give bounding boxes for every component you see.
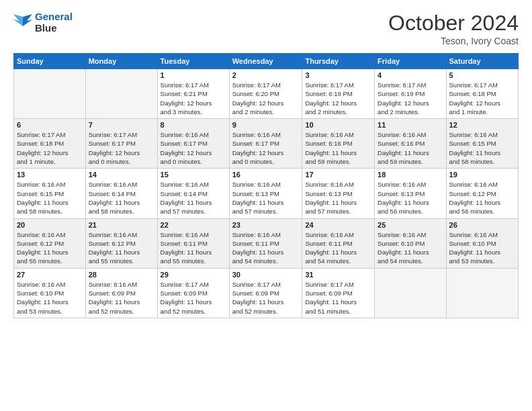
day-number: 28 — [89, 271, 154, 279]
calendar-cell: 12Sunrise: 6:16 AM Sunset: 6:15 PM Dayli… — [446, 119, 518, 169]
day-number: 12 — [449, 121, 515, 129]
day-number: 18 — [378, 171, 443, 179]
day-info: Sunrise: 6:17 AM Sunset: 6:19 PM Dayligh… — [378, 81, 443, 116]
day-info: Sunrise: 6:16 AM Sunset: 6:17 PM Dayligh… — [232, 130, 300, 166]
day-info: Sunrise: 6:17 AM Sunset: 6:21 PM Dayligh… — [161, 81, 226, 116]
day-info: Sunrise: 6:16 AM Sunset: 6:09 PM Dayligh… — [89, 280, 154, 316]
calendar-cell: 22Sunrise: 6:16 AM Sunset: 6:11 PM Dayli… — [157, 218, 229, 268]
weekday-header: Wednesday — [229, 54, 302, 69]
weekday-header: Monday — [85, 54, 157, 69]
calendar-cell: 21Sunrise: 6:16 AM Sunset: 6:12 PM Dayli… — [85, 218, 157, 268]
day-info: Sunrise: 6:16 AM Sunset: 6:15 PM Dayligh… — [449, 130, 515, 166]
day-number: 31 — [305, 271, 371, 279]
location-subtitle: Teson, Ivory Coast — [388, 36, 519, 46]
calendar-cell: 9Sunrise: 6:16 AM Sunset: 6:17 PM Daylig… — [229, 119, 302, 169]
day-number: 11 — [378, 121, 443, 129]
calendar-table: SundayMondayTuesdayWednesdayThursdayFrid… — [13, 53, 519, 318]
calendar-cell: 15Sunrise: 6:16 AM Sunset: 6:14 PM Dayli… — [157, 169, 229, 218]
calendar-cell: 13Sunrise: 6:16 AM Sunset: 6:15 PM Dayli… — [14, 169, 86, 218]
weekday-header: Tuesday — [157, 54, 229, 69]
calendar-cell: 27Sunrise: 6:16 AM Sunset: 6:10 PM Dayli… — [14, 268, 86, 318]
logo-text: General Blue — [35, 11, 73, 34]
day-info: Sunrise: 6:16 AM Sunset: 6:12 PM Dayligh… — [89, 230, 154, 266]
day-number: 21 — [89, 221, 154, 229]
weekday-header: Thursday — [302, 54, 375, 69]
calendar-cell: 4Sunrise: 6:17 AM Sunset: 6:19 PM Daylig… — [375, 69, 446, 119]
calendar-week-row: 20Sunrise: 6:16 AM Sunset: 6:12 PM Dayli… — [14, 218, 519, 268]
calendar-cell: 14Sunrise: 6:16 AM Sunset: 6:14 PM Dayli… — [85, 169, 157, 218]
page: General Blue October 2024 Teson, Ivory C… — [0, 0, 532, 411]
day-info: Sunrise: 6:16 AM Sunset: 6:13 PM Dayligh… — [232, 180, 300, 216]
calendar-cell: 23Sunrise: 6:16 AM Sunset: 6:11 PM Dayli… — [229, 218, 302, 268]
month-title: October 2024 — [388, 11, 519, 36]
day-number: 26 — [449, 221, 515, 229]
calendar-cell: 24Sunrise: 6:16 AM Sunset: 6:11 PM Dayli… — [302, 218, 375, 268]
day-number: 20 — [17, 221, 83, 229]
calendar-week-row: 27Sunrise: 6:16 AM Sunset: 6:10 PM Dayli… — [14, 268, 519, 318]
calendar-cell: 1Sunrise: 6:17 AM Sunset: 6:21 PM Daylig… — [157, 69, 229, 119]
day-info: Sunrise: 6:17 AM Sunset: 6:18 PM Dayligh… — [17, 130, 83, 166]
calendar-cell: 29Sunrise: 6:17 AM Sunset: 6:09 PM Dayli… — [157, 268, 229, 318]
calendar-cell: 8Sunrise: 6:16 AM Sunset: 6:17 PM Daylig… — [157, 119, 229, 169]
calendar-cell — [375, 268, 446, 318]
day-number: 15 — [161, 171, 226, 179]
calendar-cell: 19Sunrise: 6:16 AM Sunset: 6:12 PM Dayli… — [446, 169, 518, 218]
day-number: 17 — [305, 171, 371, 179]
day-number: 19 — [449, 171, 515, 179]
day-info: Sunrise: 6:16 AM Sunset: 6:14 PM Dayligh… — [161, 180, 226, 216]
calendar-week-row: 1Sunrise: 6:17 AM Sunset: 6:21 PM Daylig… — [14, 69, 519, 119]
calendar-cell: 16Sunrise: 6:16 AM Sunset: 6:13 PM Dayli… — [229, 169, 302, 218]
day-info: Sunrise: 6:16 AM Sunset: 6:11 PM Dayligh… — [161, 230, 226, 266]
calendar-week-row: 6Sunrise: 6:17 AM Sunset: 6:18 PM Daylig… — [14, 119, 519, 169]
calendar-cell — [446, 268, 518, 318]
day-number: 4 — [378, 71, 443, 79]
calendar-cell — [85, 69, 157, 119]
svg-marker-1 — [13, 14, 23, 26]
day-info: Sunrise: 6:16 AM Sunset: 6:13 PM Dayligh… — [305, 180, 371, 216]
day-number: 10 — [305, 121, 371, 129]
day-info: Sunrise: 6:16 AM Sunset: 6:11 PM Dayligh… — [305, 230, 371, 266]
day-number: 5 — [449, 71, 515, 79]
calendar-header-row: SundayMondayTuesdayWednesdayThursdayFrid… — [14, 54, 519, 69]
calendar-cell: 3Sunrise: 6:17 AM Sunset: 6:19 PM Daylig… — [302, 69, 375, 119]
day-info: Sunrise: 6:16 AM Sunset: 6:14 PM Dayligh… — [89, 180, 154, 216]
calendar-week-row: 13Sunrise: 6:16 AM Sunset: 6:15 PM Dayli… — [14, 169, 519, 218]
day-number: 7 — [89, 121, 154, 129]
day-number: 16 — [232, 171, 300, 179]
day-info: Sunrise: 6:17 AM Sunset: 6:19 PM Dayligh… — [305, 81, 371, 116]
day-info: Sunrise: 6:16 AM Sunset: 6:11 PM Dayligh… — [232, 230, 300, 266]
calendar-cell: 5Sunrise: 6:17 AM Sunset: 6:18 PM Daylig… — [446, 69, 518, 119]
calendar-cell: 28Sunrise: 6:16 AM Sunset: 6:09 PM Dayli… — [85, 268, 157, 318]
day-info: Sunrise: 6:16 AM Sunset: 6:13 PM Dayligh… — [378, 180, 443, 216]
day-info: Sunrise: 6:16 AM Sunset: 6:12 PM Dayligh… — [17, 230, 83, 266]
day-number: 30 — [232, 271, 300, 279]
weekday-header: Saturday — [446, 54, 518, 69]
weekday-header: Friday — [375, 54, 446, 69]
logo: General Blue — [13, 11, 73, 34]
day-number: 9 — [232, 121, 300, 129]
day-number: 3 — [305, 71, 371, 79]
calendar-cell: 10Sunrise: 6:16 AM Sunset: 6:16 PM Dayli… — [302, 119, 375, 169]
day-number: 29 — [161, 271, 226, 279]
day-info: Sunrise: 6:16 AM Sunset: 6:17 PM Dayligh… — [161, 130, 226, 166]
header: General Blue October 2024 Teson, Ivory C… — [13, 11, 519, 46]
calendar-cell: 18Sunrise: 6:16 AM Sunset: 6:13 PM Dayli… — [375, 169, 446, 218]
day-info: Sunrise: 6:16 AM Sunset: 6:10 PM Dayligh… — [449, 230, 515, 266]
day-number: 13 — [17, 171, 83, 179]
day-info: Sunrise: 6:16 AM Sunset: 6:10 PM Dayligh… — [378, 230, 443, 266]
calendar-cell: 2Sunrise: 6:17 AM Sunset: 6:20 PM Daylig… — [229, 69, 302, 119]
day-info: Sunrise: 6:16 AM Sunset: 6:15 PM Dayligh… — [17, 180, 83, 216]
day-number: 2 — [232, 71, 300, 79]
calendar-cell: 31Sunrise: 6:17 AM Sunset: 6:09 PM Dayli… — [302, 268, 375, 318]
day-info: Sunrise: 6:17 AM Sunset: 6:17 PM Dayligh… — [89, 130, 154, 166]
day-number: 8 — [161, 121, 226, 129]
calendar-cell: 30Sunrise: 6:17 AM Sunset: 6:09 PM Dayli… — [229, 268, 302, 318]
day-info: Sunrise: 6:16 AM Sunset: 6:16 PM Dayligh… — [378, 130, 443, 166]
day-number: 1 — [161, 71, 226, 79]
day-number: 25 — [378, 221, 443, 229]
day-info: Sunrise: 6:17 AM Sunset: 6:18 PM Dayligh… — [449, 81, 515, 116]
calendar-cell: 20Sunrise: 6:16 AM Sunset: 6:12 PM Dayli… — [14, 218, 86, 268]
weekday-header: Sunday — [14, 54, 86, 69]
day-info: Sunrise: 6:17 AM Sunset: 6:09 PM Dayligh… — [161, 280, 226, 316]
day-info: Sunrise: 6:17 AM Sunset: 6:09 PM Dayligh… — [305, 280, 371, 316]
